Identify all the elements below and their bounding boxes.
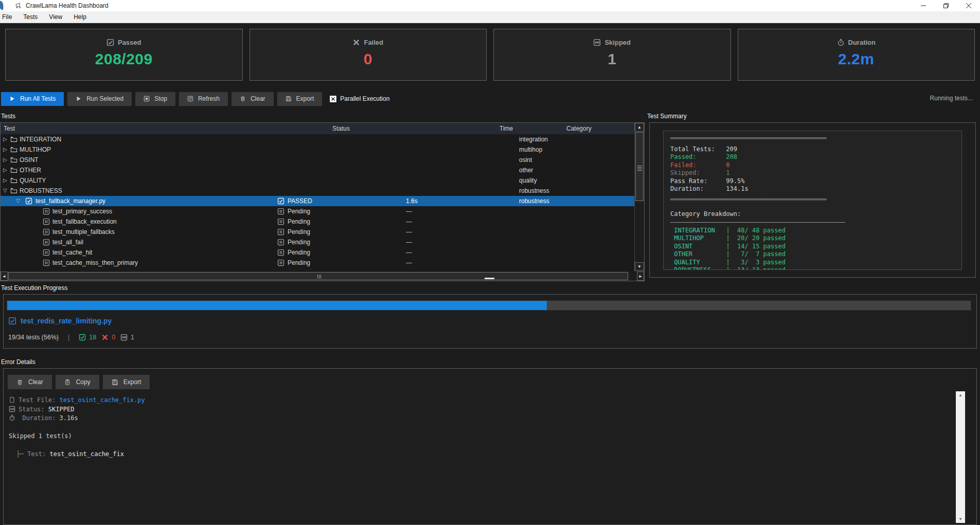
scroll-up-icon[interactable]: ▲	[635, 123, 644, 132]
run-all-tests-button[interactable]: Run All Tests	[1, 92, 64, 106]
breakdown-row: QUALITY | 3/ 3 passed	[670, 259, 955, 267]
folder-icon	[10, 146, 17, 153]
status-text: PASSED	[288, 196, 312, 206]
check-square-icon	[8, 317, 16, 325]
collapse-arrow-icon[interactable]: ▽	[16, 196, 20, 206]
category-cell: other	[519, 165, 533, 175]
scroll-down-icon[interactable]: ▼	[956, 517, 965, 521]
menu-file[interactable]: File	[0, 11, 17, 23]
table-vertical-scrollbar[interactable]: ▲ ▼	[634, 123, 644, 271]
check-square-icon	[79, 334, 86, 341]
skipped-count: 1	[120, 334, 134, 341]
current-test-file-link[interactable]: test_redis_rate_limiting.py	[8, 317, 112, 325]
test-row[interactable]: ▽test_fallback_manager.pyPASSED1.6srobus…	[1, 196, 634, 206]
expand-arrow-icon[interactable]: ▷	[3, 134, 7, 144]
scroll-up-icon[interactable]: ▲	[956, 393, 965, 397]
error-vertical-scrollbar[interactable]: ▲ ▼	[956, 391, 965, 523]
test-case-label: test_multiple_fallbacks	[52, 227, 115, 237]
summary-stat: Skipped: 1	[670, 169, 955, 177]
x-mark-icon	[352, 39, 360, 46]
test-row[interactable]: test_multiple_fallbacksPending---	[1, 227, 634, 237]
passed-status-icon	[277, 197, 284, 205]
failed-card: Failed 0	[250, 29, 487, 81]
minimize-button[interactable]	[912, 0, 935, 11]
parallel-execution-checkbox[interactable]: Parallel Execution	[330, 95, 389, 102]
category-cell: integration	[519, 134, 548, 144]
run-selected-button[interactable]: Run Selected	[67, 92, 132, 106]
error-message: Skipped 1 test(s)	[9, 432, 145, 441]
clear-button[interactable]: Clear	[231, 92, 274, 106]
test-row[interactable]: ▽ROBUSTNESSrobustness	[1, 186, 634, 196]
test-row[interactable]: test_cache_hitPending---	[1, 247, 634, 258]
close-button[interactable]	[957, 0, 980, 11]
refresh-button[interactable]: Refresh	[179, 92, 228, 106]
collapse-arrow-icon[interactable]: ▽	[3, 186, 7, 196]
vertical-scroll-thumb[interactable]	[635, 132, 644, 201]
error-file-link[interactable]: test_osint_cache_fix.py	[59, 396, 145, 404]
pending-status-icon	[43, 218, 50, 225]
pending-status-icon	[277, 239, 284, 246]
menu-help[interactable]: Help	[68, 11, 92, 23]
test-case-label: test_primary_success	[52, 206, 112, 216]
expand-arrow-icon[interactable]: ▷	[3, 175, 7, 186]
menu-view[interactable]: View	[43, 11, 68, 23]
trash-icon	[16, 379, 23, 386]
breakdown-row: OSINT | 14/ 15 passed	[670, 243, 955, 251]
error-clear-button[interactable]: Clear	[8, 375, 52, 389]
expand-arrow-icon[interactable]: ▷	[3, 165, 7, 175]
pending-status-icon	[43, 228, 50, 236]
refresh-icon	[187, 96, 193, 102]
checked-checkbox-icon	[330, 96, 336, 102]
splitter-handle[interactable]	[485, 278, 494, 279]
progress-section-label: Test Execution Progress	[1, 284, 67, 292]
toolbar: Run All Tests Run Selected Stop Refresh …	[1, 92, 389, 106]
expand-arrow-icon[interactable]: ▷	[3, 155, 7, 165]
time-cell: ---	[406, 237, 412, 247]
restore-button[interactable]	[935, 0, 957, 11]
file-icon	[9, 396, 15, 403]
pending-status-icon	[277, 228, 284, 236]
summary-text: ════════════════════════════════════════…	[663, 131, 962, 270]
summary-stat: Passed: 208	[670, 153, 955, 161]
skip-forward-icon	[120, 334, 128, 341]
test-row[interactable]: ▷OTHERother	[1, 165, 634, 175]
check-square-icon	[106, 39, 114, 46]
card-label: Failed	[364, 39, 383, 46]
test-row[interactable]: ▷OSINTosint	[1, 155, 634, 165]
column-time[interactable]: Time	[500, 125, 513, 132]
error-export-button[interactable]: Export	[103, 375, 150, 389]
folder-icon	[10, 156, 17, 164]
scroll-right-icon[interactable]: ►	[637, 271, 644, 281]
menubar: File Tests View Help	[0, 11, 980, 23]
export-button[interactable]: Export	[277, 92, 323, 106]
summary-stat: Pass Rate: 99.5%	[670, 177, 955, 186]
error-copy-button[interactable]: Copy	[56, 375, 99, 389]
test-row[interactable]: test_primary_successPending---	[1, 206, 634, 216]
table-horizontal-scrollbar[interactable]: ◄ ►	[1, 271, 644, 281]
breakdown-row: MULTIHOP | 20/ 20 passed	[670, 234, 955, 243]
menu-tests[interactable]: Tests	[17, 11, 43, 23]
column-category[interactable]: Category	[566, 125, 592, 132]
column-test[interactable]: Test	[4, 125, 15, 132]
scroll-down-icon[interactable]: ▼	[635, 262, 644, 271]
stop-button[interactable]: Stop	[135, 92, 175, 106]
checked-checkbox-icon[interactable]	[25, 197, 32, 205]
test-row[interactable]: test_cache_miss_then_primaryPending---	[1, 258, 634, 268]
group-label: INTEGRATION	[20, 134, 61, 144]
window-title: CrawlLama Health Dashboard	[26, 2, 109, 9]
skip-forward-icon	[593, 39, 601, 46]
test-row[interactable]: test_fallback_executionPending---	[1, 216, 634, 227]
expand-arrow-icon[interactable]: ▷	[3, 144, 7, 155]
test-row[interactable]: ▷INTEGRATIONintegration	[1, 134, 634, 144]
test-row[interactable]: test_all_failPending---	[1, 237, 634, 247]
stat-cards: Passed 208/209 Failed 0 Skipped 1 Durati…	[5, 29, 975, 81]
status-text: Pending	[288, 227, 310, 237]
tests-table: Test Status Time Category ▷INTEGRATIONin…	[0, 122, 645, 281]
group-label: ROBUSTNESS	[20, 186, 62, 196]
breakdown-row: INTEGRATION | 48/ 48 passed	[670, 227, 955, 235]
scroll-left-icon[interactable]: ◄	[1, 271, 8, 281]
column-status[interactable]: Status	[332, 125, 350, 132]
test-row[interactable]: ▷QUALITYquality	[1, 175, 634, 186]
test-row[interactable]: ▷MULTIHOPmultihop	[1, 144, 634, 155]
horizontal-scroll-thumb[interactable]	[8, 272, 628, 280]
